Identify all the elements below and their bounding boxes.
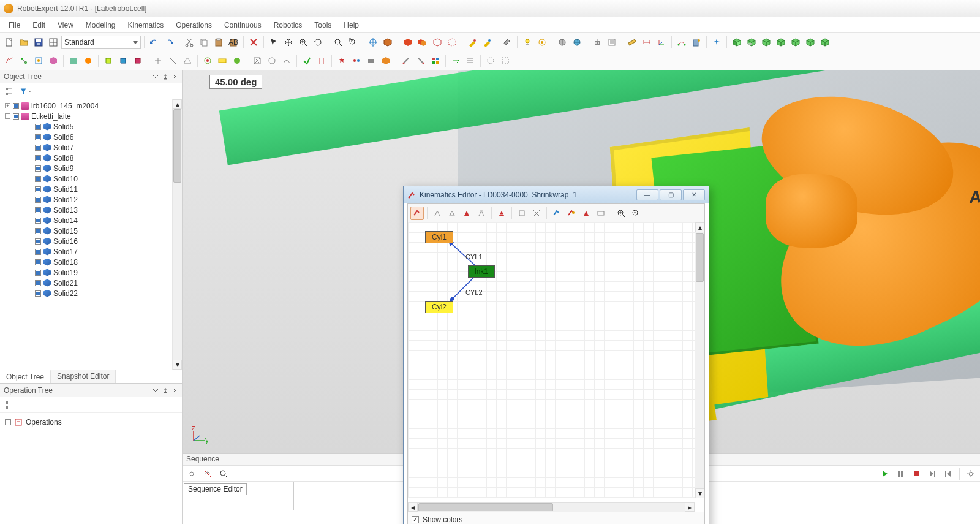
panel-menu-icon[interactable]	[153, 387, 159, 393]
wireframe-icon[interactable]	[431, 36, 444, 49]
tree-node-solid[interactable]: Solid18	[0, 257, 182, 267]
op-tool-17-icon[interactable]	[265, 54, 279, 67]
checkbox[interactable]	[35, 186, 41, 192]
menu-file[interactable]: File	[2, 18, 26, 32]
pin-icon[interactable]	[162, 387, 168, 393]
robot-list-icon[interactable]	[605, 36, 619, 49]
seq-pause-icon[interactable]	[894, 467, 907, 480]
menu-kinematics[interactable]: Kinematics	[122, 18, 170, 32]
zoom-fit-icon[interactable]	[331, 36, 345, 49]
spark-icon[interactable]	[710, 36, 723, 49]
tree-node-robot[interactable]: + irb1600_145_m2004	[0, 101, 182, 111]
menu-help[interactable]: Help	[337, 18, 365, 32]
checkbox[interactable]	[35, 134, 41, 140]
view-left-icon[interactable]	[789, 36, 802, 49]
op-tool-1-icon[interactable]	[2, 54, 16, 67]
zoom-in-icon[interactable]	[614, 207, 628, 220]
paste-icon[interactable]	[212, 36, 225, 49]
zoom-icon[interactable]	[296, 36, 310, 49]
checkbox[interactable]	[35, 270, 41, 276]
robot-icon[interactable]	[590, 36, 604, 49]
op-tool-22-icon[interactable]	[350, 54, 363, 67]
shade-icon[interactable]	[381, 36, 394, 49]
tree-node-solid[interactable]: Solid19	[0, 267, 182, 278]
distance-icon[interactable]	[640, 36, 654, 49]
op-tool-9-icon[interactable]	[131, 54, 145, 67]
op-tool-6-icon[interactable]	[81, 54, 95, 67]
kinematics-editor-dialog[interactable]: Kinematics Editor - LD0034-0000_Shrinkwr…	[403, 186, 709, 524]
op-tool-24-icon[interactable]	[379, 54, 393, 67]
scroll-thumb[interactable]	[696, 233, 704, 282]
paste-special-icon[interactable]: AB	[227, 36, 240, 49]
scroll-down-icon[interactable]: ▾	[173, 360, 182, 370]
close-icon[interactable]: ✕	[683, 189, 705, 200]
op-tool-4-icon[interactable]	[47, 54, 60, 67]
menu-modeling[interactable]: Modeling	[80, 18, 122, 32]
joint-tool-5-icon[interactable]	[495, 207, 508, 220]
checkbox[interactable]	[35, 207, 41, 213]
scroll-up-icon[interactable]: ▴	[173, 99, 182, 109]
op-tool-2-icon[interactable]	[17, 54, 31, 67]
op-tool-31-icon[interactable]	[499, 54, 512, 67]
joint-tool-3-icon[interactable]	[460, 207, 473, 220]
joint-tool-2-icon[interactable]	[445, 207, 459, 220]
object-tree[interactable]: + irb1600_145_m2004 − Etiketti_laite Sol…	[0, 99, 182, 370]
panel-menu-icon[interactable]	[153, 74, 159, 80]
op-tool-18-icon[interactable]	[280, 54, 293, 67]
show-colors-checkbox[interactable]: ✓	[412, 516, 419, 523]
view-top-icon[interactable]	[804, 36, 817, 49]
zoom-window-icon[interactable]	[346, 36, 360, 49]
op-tool-20-icon[interactable]	[315, 54, 328, 67]
checkbox[interactable]	[13, 113, 19, 120]
globe-icon[interactable]	[570, 36, 584, 49]
view-bottom-icon[interactable]	[818, 36, 832, 49]
checkbox[interactable]	[35, 290, 41, 297]
scroll-thumb[interactable]	[173, 109, 181, 183]
view-front-icon[interactable]	[745, 36, 758, 49]
seq-zoom-icon[interactable]	[217, 467, 230, 480]
checkbox[interactable]	[35, 280, 41, 286]
tree-node-solid[interactable]: Solid17	[0, 246, 182, 257]
checkbox[interactable]	[35, 124, 41, 130]
operation-tree-body[interactable]: Operations	[0, 413, 182, 524]
tab-snapshot-editor[interactable]: Snapshot Editor	[51, 370, 116, 383]
op-tool-27-icon[interactable]	[429, 54, 442, 67]
seq-link-icon[interactable]	[185, 467, 198, 480]
scroll-thumb[interactable]	[418, 503, 553, 511]
tree-node-solid[interactable]: Solid15	[0, 226, 182, 236]
frame-tool-icon[interactable]	[515, 207, 529, 220]
tree-node-solid[interactable]: Solid21	[0, 278, 182, 288]
zoom-out-icon[interactable]	[629, 207, 643, 220]
save-icon[interactable]	[32, 36, 45, 49]
checkbox[interactable]	[35, 197, 41, 203]
tree-node-solid[interactable]: Solid14	[0, 215, 182, 226]
teach-icon[interactable]	[690, 36, 703, 49]
scroll-down-icon[interactable]: ▾	[695, 488, 704, 498]
op-tool-25-icon[interactable]	[399, 54, 413, 67]
close-panel-icon[interactable]	[172, 387, 178, 393]
operations-root[interactable]: Operations	[5, 417, 177, 428]
weld-icon[interactable]	[500, 36, 514, 49]
tree-node-solid[interactable]: Solid16	[0, 236, 182, 246]
op-tool-10-icon[interactable]	[151, 54, 165, 67]
checkbox[interactable]	[35, 228, 41, 234]
tree-view-icon[interactable]	[2, 85, 16, 98]
maximize-icon[interactable]: ▢	[660, 189, 682, 200]
op-tool-3-icon[interactable]	[32, 54, 45, 67]
select-icon[interactable]	[267, 36, 281, 49]
kin-node-cyl1[interactable]: Cyl1	[425, 231, 453, 243]
tree-node-solid[interactable]: Solid11	[0, 184, 182, 194]
view-right-icon[interactable]	[774, 36, 788, 49]
seq-stop-icon[interactable]	[910, 467, 923, 480]
tree-node-device[interactable]: − Etiketti_laite	[0, 111, 182, 121]
op-tool-28-icon[interactable]	[449, 54, 462, 67]
view-iso-icon[interactable]	[730, 36, 744, 49]
op-tool-8-icon[interactable]	[116, 54, 130, 67]
menu-edit[interactable]: Edit	[26, 18, 51, 32]
menu-tools[interactable]: Tools	[308, 18, 337, 32]
op-tool-11-icon[interactable]	[166, 54, 179, 67]
tree-node-solid[interactable]: Solid9	[0, 163, 182, 173]
seq-unlink-icon[interactable]	[201, 467, 214, 480]
tree-node-solid[interactable]: Solid8	[0, 153, 182, 163]
scroll-right-icon[interactable]: ▸	[685, 503, 695, 512]
